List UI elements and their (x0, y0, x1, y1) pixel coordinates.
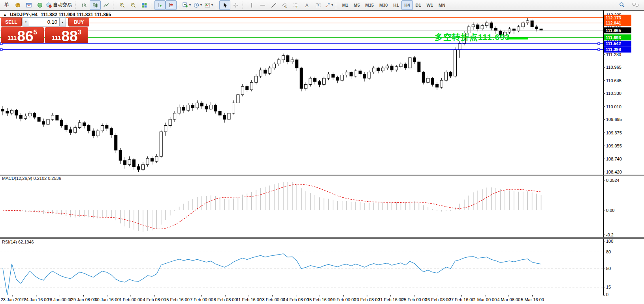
timeframe-w1[interactable]: W1 (424, 0, 436, 10)
timeframe-m30[interactable]: M30 (377, 0, 390, 10)
bar-chart-button[interactable] (79, 0, 90, 10)
svg-text:5 Mar 16:00: 5 Mar 16:00 (521, 297, 544, 302)
candle (42, 121, 45, 124)
text-button[interactable]: A (301, 0, 313, 10)
fibonacci-button[interactable]: F (290, 0, 301, 10)
sell-price-main: 86 (17, 30, 33, 42)
candle (531, 21, 533, 27)
crosshair-button[interactable] (230, 0, 241, 10)
new-order-button[interactable]: 单 (1, 0, 12, 10)
sell-button[interactable]: SELL (1, 17, 22, 26)
timeframe-m15[interactable]: M15 (363, 0, 377, 10)
svg-text:21 Feb 16:00: 21 Feb 16:00 (378, 297, 403, 302)
svg-text:28 Jan 00:00: 28 Jan 00:00 (47, 297, 73, 302)
candle (331, 74, 334, 77)
buy-button[interactable]: BUY (68, 17, 89, 26)
timeframe-d1[interactable]: D1 (413, 0, 424, 10)
ohlc-values: 111.882 111.904 111.831 111.865 (41, 12, 111, 17)
label-button[interactable]: T (313, 0, 324, 10)
rsi-value: 62.1946 (18, 240, 34, 244)
new-chart-window-icon[interactable] (23, 0, 34, 10)
chart-shift-button[interactable] (166, 0, 177, 10)
sell-quote[interactable]: 111865 (1, 27, 44, 43)
zoom-in-button[interactable] (117, 0, 128, 10)
candle (296, 60, 298, 68)
svg-text:13 Feb 00:00: 13 Feb 00:00 (260, 297, 285, 302)
candle (291, 60, 294, 62)
candlestick-button[interactable] (90, 0, 101, 10)
svg-text:1 Feb 00:00: 1 Feb 00:00 (119, 297, 143, 302)
tile-windows-button[interactable] (139, 0, 150, 10)
timeframe-d1-label: D1 (414, 3, 423, 8)
history-center-icon[interactable] (12, 0, 23, 10)
arrows-dropdown[interactable]: ▼ (324, 0, 335, 10)
vertical-line-button[interactable] (246, 0, 257, 10)
collapse-icon[interactable]: ▲ (3, 13, 7, 17)
candle (314, 78, 316, 81)
volume-input[interactable] (29, 17, 59, 26)
candle (51, 115, 54, 119)
buy-price-prefix: 111 (52, 35, 61, 41)
periods-dropdown[interactable]: ▼ (192, 0, 203, 10)
sell-price-prefix: 111 (8, 35, 17, 41)
candle (87, 126, 90, 131)
horizontal-line-button[interactable] (257, 0, 268, 10)
svg-text:30 Jan 16:00: 30 Jan 16:00 (94, 297, 120, 302)
market-watch-icon[interactable] (34, 0, 45, 10)
volume-decrease-button[interactable]: ▼ (23, 17, 29, 26)
new-order-dropdown[interactable]: ▼ (181, 0, 192, 10)
channel-button[interactable]: E (279, 0, 290, 10)
candle (169, 119, 171, 126)
chat-button[interactable] (630, 0, 641, 10)
sell-price-pip: 5 (34, 28, 37, 36)
candle (422, 72, 425, 82)
chart-title: ▲ USDJPY-,H4 111.882 111.904 111.831 111… (3, 12, 111, 17)
line-chart-button[interactable] (101, 0, 112, 10)
svg-text:E: E (286, 5, 288, 8)
chart-canvas[interactable]: 112.235111.920111.600111.280110.965110.6… (0, 10, 644, 304)
timeframe-m1[interactable]: M1 (339, 0, 351, 10)
svg-text:112.173: 112.173 (606, 15, 621, 20)
svg-text:1 Mar 00:00: 1 Mar 00:00 (474, 297, 497, 302)
svg-text:111.280: 111.280 (606, 52, 621, 57)
candle (218, 111, 221, 115)
candle (241, 87, 244, 95)
candle (440, 80, 443, 87)
volume-increase-button[interactable]: ▲ (59, 17, 66, 26)
svg-text:100: 100 (606, 239, 613, 244)
zoom-out-button[interactable] (128, 0, 139, 10)
chart-area[interactable]: 112.235111.920111.600111.280110.965110.6… (0, 10, 644, 304)
candle (78, 123, 81, 127)
templates-dropdown[interactable]: ▼ (203, 0, 215, 10)
buy-quote[interactable]: 111883 (45, 27, 88, 43)
candle (164, 126, 167, 132)
support-line-2-handle[interactable] (598, 49, 600, 51)
cursor-button[interactable] (219, 0, 230, 10)
timeframe-m5[interactable]: M5 (351, 0, 362, 10)
auto-scroll-button[interactable] (154, 0, 166, 10)
toolbar-separator (216, 2, 218, 9)
candle (33, 113, 36, 117)
new-order-button-label: 单 (3, 2, 10, 8)
timeframe-mn[interactable]: MN (436, 0, 448, 10)
candle (449, 72, 452, 76)
support-line-2-handle[interactable] (0, 49, 2, 51)
timeframe-h1[interactable]: H1 (390, 0, 401, 10)
candle (381, 68, 384, 71)
autotrading-button[interactable]: 自动交易 (45, 0, 74, 10)
svg-text:110.010: 110.010 (606, 104, 621, 109)
candle (318, 81, 321, 84)
support-line-1-handle[interactable] (598, 43, 600, 45)
timeframe-h4[interactable]: H4 (401, 0, 412, 10)
candle (300, 68, 303, 89)
candle (372, 68, 375, 72)
candle (250, 82, 253, 90)
trendline-button[interactable] (268, 0, 279, 10)
candle (286, 56, 289, 62)
candle (19, 115, 22, 119)
candle (445, 72, 448, 80)
svg-text:0.3524: 0.3524 (606, 178, 620, 183)
search-button[interactable] (616, 0, 627, 10)
candle (322, 78, 325, 85)
candle (390, 66, 393, 70)
